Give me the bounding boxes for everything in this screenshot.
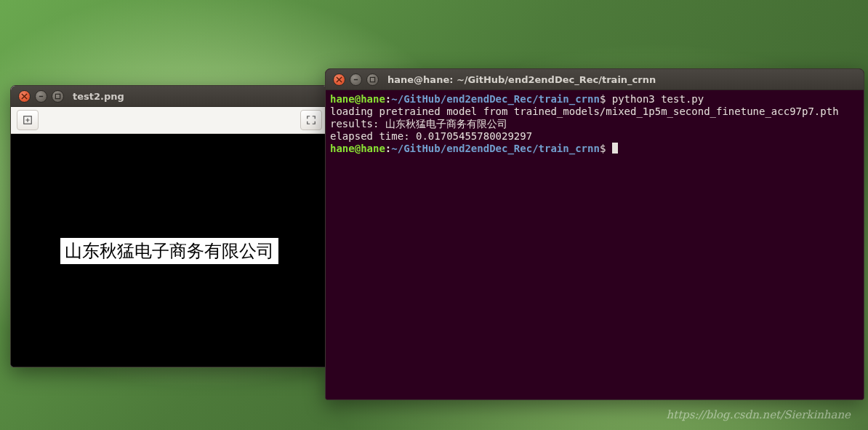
zoom-fit-button[interactable] [17,110,39,130]
terminal-title: hane@hane: ~/GitHub/end2endDec_Rec/train… [387,74,656,85]
minimize-icon[interactable] [35,90,47,103]
maximize-icon[interactable] [366,73,379,86]
prompt-path: ~/GitHub/end2endDec_Rec/train_crnn [391,93,600,105]
minimize-icon[interactable] [350,73,362,86]
terminal-window: hane@hane: ~/GitHub/end2endDec_Rec/train… [325,68,864,400]
svg-rect-0 [55,94,60,98]
desktop: test2.png 山东秋猛电子商务有限公司 hane@hane: [0,0,868,430]
image-viewer-title: test2.png [73,91,124,102]
ocr-sample-text: 山东秋猛电子商务有限公司 [60,238,278,264]
image-viewer-titlebar[interactable]: test2.png [11,86,328,107]
prompt-user: hane@hane [330,143,385,154]
close-icon[interactable] [18,90,31,103]
watermark: https://blog.csdn.net/Sierkinhane [666,408,851,421]
image-viewer-window: test2.png 山东秋猛电子商务有限公司 [10,85,329,367]
output-line-3: elapsed time: 0.01705455780029297 [330,130,532,142]
output-line-2-value: 山东秋猛电子商务有限公司 [385,118,507,130]
maximize-icon[interactable] [52,90,64,103]
svg-rect-2 [370,77,374,81]
terminal-body[interactable]: hane@hane:~/GitHub/end2endDec_Rec/train_… [326,90,864,400]
prompt-dollar: $ [600,143,606,154]
prompt-user: hane@hane [330,93,385,105]
image-canvas[interactable]: 山东秋猛电子商务有限公司 [11,134,328,367]
fullscreen-button[interactable] [300,110,322,130]
terminal-cursor [612,143,618,154]
close-icon[interactable] [333,73,345,86]
prompt-path: ~/GitHub/end2endDec_Rec/train_crnn [391,143,600,154]
output-line-1: loading pretrained model from trained_mo… [330,105,839,117]
terminal-titlebar[interactable]: hane@hane: ~/GitHub/end2endDec_Rec/train… [326,69,864,90]
image-viewer-toolbar [11,107,328,134]
output-line-2-label: results: [330,118,385,130]
command-line-1: python3 test.py [606,93,704,105]
